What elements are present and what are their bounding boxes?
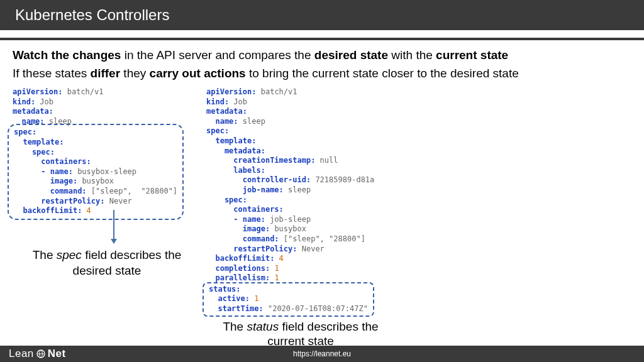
arrow-down-icon [113,210,114,240]
code-right-column: apiVersion: batch/v1 kind: Job metadata:… [206,87,631,349]
slide-footer: Lean Net https://leannet.eu [0,346,644,362]
code-left-column: apiVersion: batch/v1 kind: Job metadata:… [13,87,195,217]
brand-part-2: Net [48,348,66,360]
code-columns: apiVersion: batch/v1 kind: Job metadata:… [13,87,631,349]
yaml-right-body: apiVersion: batch/v1 kind: Job metadata:… [206,87,631,283]
spec-highlight-box: spec: template: spec: containers: - name… [8,124,184,219]
slide-title: Kubernetes Controllers [15,6,169,23]
slide-title-bar: Kubernetes Controllers [0,0,644,30]
status-highlight-box: status: active: 1 startTime: "2020-07-16… [203,282,374,317]
slide-body: Watch the changes in the API server and … [0,40,644,349]
caption-status: The status field describes the current s… [213,319,389,349]
caption-spec: The spec field describes the desired sta… [25,248,189,278]
yaml-left-spec: spec: template: spec: containers: - name… [14,128,177,216]
leannet-logo-icon [36,349,46,359]
footer-brand: Lean Net [9,348,66,360]
intro-line-2: If these states differ they carry out ac… [13,65,631,83]
yaml-left-header: apiVersion: batch/v1 kind: Job metadata:… [13,87,195,126]
footer-url: https://leannet.eu [293,349,351,358]
yaml-right-status: status: active: 1 startTime: "2020-07-16… [209,285,368,314]
intro-line-1: Watch the changes in the API server and … [13,47,631,65]
brand-part-1: Lean [9,348,34,360]
